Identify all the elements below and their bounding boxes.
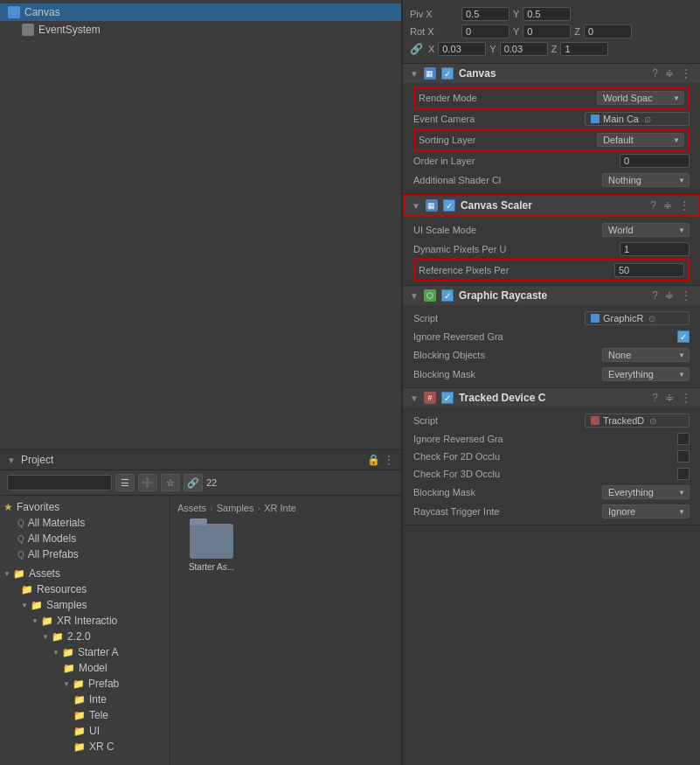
model-item[interactable]: 📁 Model [0,660,170,676]
canvas-menu-btn[interactable]: ⋮ [679,67,693,80]
version-arrow: ▼ [42,633,49,641]
tracked-blocking-mask-wrapper[interactable]: Everything [602,485,690,499]
tracked-blocking-mask-row: Blocking Mask Everything [413,483,690,502]
tracked-help-btn[interactable]: ? [650,392,660,404]
scalez-input[interactable] [560,42,608,56]
tracked-ignore-checkbox[interactable] [677,433,690,445]
scaler-help-btn[interactable]: ? [648,199,658,212]
roty-input[interactable] [523,24,571,38]
inspector-panel: Piv X Y Rot X Y Z 🔗 X Y Z [402,0,700,765]
inte-item[interactable]: 📁 Inte [0,692,170,707]
favorites-header[interactable]: ★ Favorites [0,499,170,515]
hierarchy-canvas-item[interactable]: Canvas [0,3,401,21]
order-in-layer-label: Order in Layer [413,156,616,166]
additional-shader-dropdown[interactable]: Nothing [602,173,690,187]
project-menu-btn[interactable]: ⋮ [384,454,394,466]
sorting-layer-dropdown[interactable]: Default [597,133,684,147]
blocking-objects-dropdown[interactable]: None [602,348,690,362]
tracked-enabled-checkbox[interactable]: ✓ [441,392,454,404]
graphic-raycaster-body: Script GraphicR ⊙ Ignore Reversed Gra ✓ … [403,305,700,387]
reference-pixels-input[interactable] [614,263,684,277]
ui-scale-dropdown[interactable]: World [602,223,690,237]
graphic-raycaster-header[interactable]: ▼ ⬡ ✓ Graphic Raycaste ? ≑ ⋮ [403,286,700,305]
raycaster-script-ref[interactable]: GraphicR ⊙ [585,311,690,325]
samples-item[interactable]: ▼ 📁 Samples [0,597,170,613]
canvas-help-btn[interactable]: ? [650,67,660,80]
project-expand-arrow[interactable]: ▼ [7,456,16,465]
prefab-item[interactable]: ▼ 📁 Prefab [0,676,170,692]
raycast-trigger-wrapper[interactable]: Ignore [602,504,690,518]
assets-header[interactable]: ▼ 📁 Assets [0,566,170,581]
ui-item[interactable]: 📁 UI [0,723,170,739]
check-2d-row: Check For 2D Occlu [413,448,690,465]
model-icon: 📁 [63,663,75,674]
xr-interaction-item[interactable]: ▼ 📁 XR Interactio [0,613,170,629]
tele-item[interactable]: 📁 Tele [0,707,170,723]
rotx-input[interactable] [461,24,509,38]
starter-asset-item[interactable]: Starter As... [181,524,242,572]
starter-item[interactable]: ▼ 📁 Starter A [0,644,170,660]
scaler-menu-btn[interactable]: ⋮ [677,199,691,212]
all-materials-item[interactable]: Q All Materials [14,515,170,531]
raycaster-menu-btn[interactable]: ⋮ [679,289,693,302]
canvas-settings-btn[interactable]: ≑ [663,67,676,80]
canvas-component-header[interactable]: ▼ ▦ ✓ Canvas ? ≑ ⋮ [403,64,700,83]
raycaster-help-btn[interactable]: ? [650,289,660,302]
scalex-input[interactable] [438,42,486,56]
asset-item-label: Starter As... [189,562,234,572]
scaler-enabled-checkbox[interactable]: ✓ [443,199,455,212]
view-toggle-btn[interactable]: ☰ [115,474,135,491]
render-mode-dropdown-wrapper[interactable]: World Spac [597,91,684,105]
raycaster-script-target[interactable]: ⊙ [648,314,655,323]
ui-scale-dropdown-wrapper[interactable]: World [602,223,690,237]
search-input[interactable] [7,475,112,490]
ignore-reversed-checkbox[interactable]: ✓ [677,330,690,343]
resources-item[interactable]: 📁 Resources [0,581,170,597]
tracked-settings-btn[interactable]: ≑ [663,392,676,404]
xrc-item[interactable]: 📁 XR C [0,739,170,755]
camera-target-btn[interactable]: ⊙ [644,115,651,124]
all-prefabs-item[interactable]: Q All Prefabs [14,546,170,562]
tracked-script-target[interactable]: ⊙ [649,416,656,426]
all-models-item[interactable]: Q All Models [14,531,170,546]
file-tree: ★ Favorites Q All Materials Q All Models… [0,496,170,765]
canvas-component-body: Render Mode World Spac Event Camera Main… [403,83,700,193]
starter-arrow: ▼ [52,649,59,657]
check-3d-checkbox[interactable] [677,468,690,480]
blocking-objects-dropdown-wrapper[interactable]: None [602,348,690,362]
dynamic-pixels-input[interactable] [620,242,690,256]
create-btn[interactable]: ➕ [138,474,157,491]
resources-icon: 📁 [21,584,33,595]
scaler-settings-btn[interactable]: ≑ [662,199,674,212]
project-lock-btn[interactable]: 🔒 [367,454,380,466]
raycaster-settings-btn[interactable]: ≑ [663,289,676,302]
tracked-menu-btn[interactable]: ⋮ [679,392,693,404]
tracked-device-header[interactable]: ▼ # ✓ Tracked Device C ? ≑ ⋮ [403,388,700,407]
canvas-enabled-checkbox[interactable]: ✓ [441,67,454,80]
additional-shader-dropdown-wrapper[interactable]: Nothing [602,173,690,187]
render-mode-dropdown[interactable]: World Spac [597,91,684,105]
order-in-layer-input[interactable] [620,154,690,168]
version-icon: 📁 [52,631,64,643]
check-2d-checkbox[interactable] [677,450,690,462]
sorting-layer-dropdown-wrapper[interactable]: Default [597,133,684,147]
raycaster-enabled-checkbox[interactable]: ✓ [441,289,454,302]
event-camera-ref[interactable]: Main Ca ⊙ [585,112,690,126]
rotz-input[interactable] [584,24,632,38]
link-btn[interactable]: 🔗 [184,474,203,491]
breadcrumb-xr[interactable]: XR Inte [264,503,296,513]
breadcrumb-assets[interactable]: Assets [177,503,206,513]
canvas-scaler-header[interactable]: ▼ ▦ ✓ Canvas Scaler ? ≑ ⋮ [403,194,700,217]
breadcrumb-samples[interactable]: Samples [217,503,254,513]
scaley-input[interactable] [500,42,548,56]
raycast-trigger-dropdown[interactable]: Ignore [602,504,690,518]
pivx-input[interactable] [461,7,509,21]
version-item[interactable]: ▼ 📁 2.2.0 [0,629,170,644]
tracked-blocking-mask-dropdown[interactable]: Everything [602,485,690,499]
blocking-mask-dropdown-wrapper[interactable]: Everything [602,367,690,381]
hierarchy-eventsystem-item[interactable]: EventSystem [14,21,401,38]
tracked-script-ref[interactable]: TrackedD ⊙ [585,414,690,428]
blocking-mask-dropdown[interactable]: Everything [602,367,690,381]
filter-btn[interactable]: ☆ [161,474,180,491]
pivy-input[interactable] [523,7,571,21]
